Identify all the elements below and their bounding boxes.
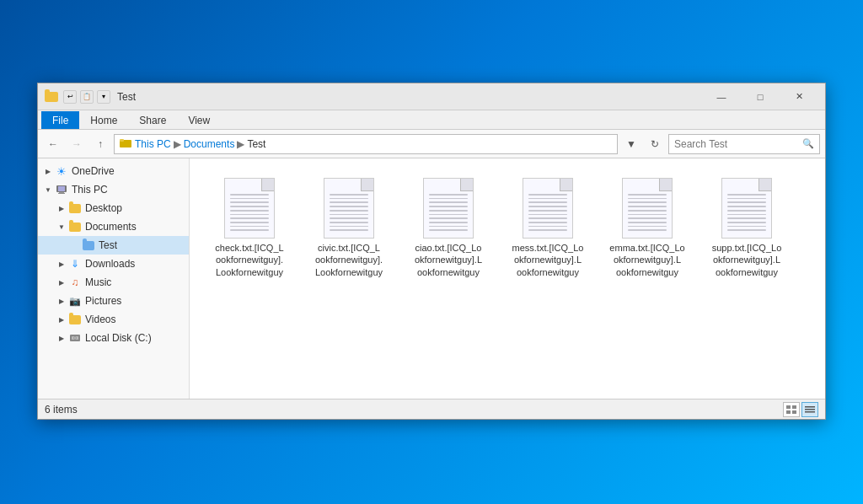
file-name-1: civic.txt.[ICQ_L ookfornewitguy]. Lookfo… xyxy=(307,242,391,278)
view-large-icons-button[interactable] xyxy=(783,402,800,417)
status-count: 6 items xyxy=(45,404,783,416)
file-item-0[interactable]: check.txt.[ICQ_L ookfornewitguy]. Lookfo… xyxy=(203,172,296,284)
forward-button[interactable]: → xyxy=(67,134,87,154)
file-line xyxy=(727,210,766,212)
search-icon: 🔍 xyxy=(802,138,814,149)
file-line xyxy=(230,217,269,219)
expand-arrow-thispc: ▼ xyxy=(41,183,55,196)
file-item-4[interactable]: emma.txt.[ICQ_Lo okfornewitguy].L ookfor… xyxy=(601,172,694,284)
up-button[interactable]: ↑ xyxy=(90,134,110,154)
path-sep-1: ▶ xyxy=(174,138,181,150)
file-line xyxy=(727,194,766,196)
dropdown-path-button[interactable]: ▼ xyxy=(621,134,641,154)
file-line xyxy=(727,229,766,231)
sidebar-label-desktop: Desktop xyxy=(85,202,122,214)
svg-rect-11 xyxy=(792,405,796,409)
sidebar-item-onedrive[interactable]: ▶ ☀ OneDrive xyxy=(38,162,189,180)
back-button[interactable]: ← xyxy=(43,134,63,154)
sidebar-item-downloads[interactable]: ▶ ⇓ Downloads xyxy=(38,255,189,273)
expand-arrow-localdisk: ▶ xyxy=(55,331,68,345)
file-item-5[interactable]: supp.txt.[ICQ_Lo okfornewitguy].L ookfor… xyxy=(700,172,793,284)
file-item-3[interactable]: mess.txt.[ICQ_Lo okfornewitguy].L ookfor… xyxy=(501,172,594,284)
path-sep-2: ▶ xyxy=(237,138,244,150)
file-icon-lines-1 xyxy=(330,194,368,231)
sidebar-item-localdisk[interactable]: ▶ Local Disk (C:) xyxy=(38,329,189,347)
file-line xyxy=(230,210,269,212)
test-folder-icon xyxy=(82,239,95,252)
maximize-button[interactable]: □ xyxy=(741,83,780,110)
file-line xyxy=(528,229,567,231)
file-line xyxy=(330,198,368,200)
address-path[interactable]: This PC ▶ Documents ▶ Test xyxy=(114,134,618,154)
title-bar: ↩ 📋 ▾ Test — □ ✕ xyxy=(38,83,825,110)
expand-arrow-documents: ▼ xyxy=(55,220,68,233)
file-item-2[interactable]: ciao.txt.[ICQ_Lo okfornewitguy].L ookfor… xyxy=(402,172,495,284)
file-line xyxy=(528,214,567,216)
file-line xyxy=(230,206,269,207)
file-line xyxy=(230,198,269,200)
minimize-button[interactable]: — xyxy=(702,83,741,110)
expand-arrow-desktop: ▶ xyxy=(55,201,68,215)
file-line xyxy=(330,206,368,207)
file-icon-0 xyxy=(224,178,275,239)
view-details-button[interactable] xyxy=(801,402,818,417)
qat-properties-button[interactable]: 📋 xyxy=(80,90,94,104)
search-box[interactable]: 🔍 xyxy=(668,134,820,154)
file-line xyxy=(429,206,468,207)
sidebar-item-music[interactable]: ▶ ♫ Music xyxy=(38,273,189,292)
file-line xyxy=(528,194,567,196)
tab-home[interactable]: Home xyxy=(79,111,128,129)
file-area: check.txt.[ICQ_L ookfornewitguy]. Lookfo… xyxy=(190,158,825,399)
file-line xyxy=(528,222,567,223)
sidebar-label-test: Test xyxy=(99,239,117,251)
sidebar-item-desktop[interactable]: ▶ Desktop xyxy=(38,199,189,217)
file-line xyxy=(628,214,667,216)
file-icon-3 xyxy=(523,178,573,239)
sidebar-item-thispc[interactable]: ▼ This PC xyxy=(38,180,189,199)
search-input[interactable] xyxy=(674,138,799,150)
file-line xyxy=(528,217,567,219)
file-line xyxy=(429,222,468,223)
sidebar-item-pictures[interactable]: ▶ 📷 Pictures xyxy=(38,292,189,310)
file-item-1[interactable]: civic.txt.[ICQ_L ookfornewitguy]. Lookfo… xyxy=(303,172,395,284)
file-icon-lines-3 xyxy=(528,194,567,231)
tab-view[interactable]: View xyxy=(177,111,221,129)
file-name-3: mess.txt.[ICQ_Lo okfornewitguy].L ookfor… xyxy=(506,242,590,278)
sidebar-label-downloads: Downloads xyxy=(85,258,135,270)
tab-file[interactable]: File xyxy=(41,111,79,129)
file-line xyxy=(727,217,766,219)
qat-dropdown-button[interactable]: ▾ xyxy=(97,90,110,104)
file-line xyxy=(429,198,468,200)
documents-folder-icon xyxy=(68,220,82,233)
file-line xyxy=(330,217,368,219)
svg-rect-16 xyxy=(805,411,815,413)
qat-undo-button[interactable]: ↩ xyxy=(63,90,77,104)
sidebar: ▶ ☀ OneDrive ▼ This PC ▶ Deskt xyxy=(38,158,190,399)
file-line xyxy=(528,198,567,200)
file-icon-5 xyxy=(721,178,772,239)
svg-rect-10 xyxy=(786,405,791,409)
file-icon-1 xyxy=(324,178,374,239)
file-line xyxy=(727,226,766,228)
folder-icon-small xyxy=(45,92,58,102)
file-line xyxy=(727,201,766,203)
tab-share[interactable]: Share xyxy=(128,111,177,129)
sidebar-label-pictures: Pictures xyxy=(85,295,121,307)
address-bar: ← → ↑ This PC ▶ Documents ▶ Test ▼ ↻ 🔍 xyxy=(38,130,825,158)
file-line xyxy=(727,198,766,200)
file-icon-4 xyxy=(622,178,673,239)
file-icon-lines-5 xyxy=(727,194,766,231)
close-button[interactable]: ✕ xyxy=(780,83,818,110)
sidebar-label-onedrive: OneDrive xyxy=(72,165,115,177)
music-icon: ♫ xyxy=(68,276,82,289)
file-icon-lines-4 xyxy=(628,194,667,231)
file-line xyxy=(230,214,269,216)
sidebar-item-documents[interactable]: ▼ Documents xyxy=(38,217,189,236)
file-line xyxy=(628,210,667,212)
downloads-icon: ⇓ xyxy=(68,257,82,271)
file-name-2: ciao.txt.[ICQ_Lo okfornewitguy].L ookfor… xyxy=(406,242,490,278)
sidebar-item-videos[interactable]: ▶ Videos xyxy=(38,310,189,329)
file-line xyxy=(330,214,368,216)
refresh-button[interactable]: ↻ xyxy=(645,134,665,154)
sidebar-item-test[interactable]: ▶ Test xyxy=(38,236,189,255)
